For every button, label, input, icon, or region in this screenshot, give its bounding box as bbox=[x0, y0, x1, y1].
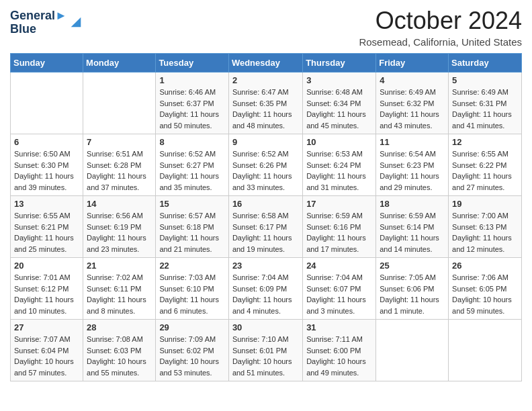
day-cell: 1Sunrise: 6:46 AMSunset: 6:37 PMDaylight… bbox=[156, 73, 229, 134]
day-number: 16 bbox=[232, 199, 299, 209]
day-cell: 13Sunrise: 6:55 AMSunset: 6:21 PMDayligh… bbox=[11, 196, 83, 258]
day-info: Sunrise: 6:58 AMSunset: 6:17 PMDaylight:… bbox=[232, 210, 299, 255]
day-info: Sunrise: 7:03 AMSunset: 6:10 PMDaylight:… bbox=[159, 272, 225, 316]
header-tuesday: Tuesday bbox=[156, 54, 229, 73]
day-info: Sunrise: 6:52 AMSunset: 6:27 PMDaylight:… bbox=[159, 148, 225, 193]
day-number: 21 bbox=[87, 261, 152, 271]
day-info: Sunrise: 7:10 AMSunset: 6:01 PMDaylight:… bbox=[232, 334, 299, 378]
day-info: Sunrise: 7:11 AMSunset: 6:00 PMDaylight:… bbox=[306, 334, 372, 378]
day-cell: 5Sunrise: 6:49 AMSunset: 6:31 PMDaylight… bbox=[449, 73, 522, 134]
day-number: 19 bbox=[452, 199, 518, 209]
day-number: 24 bbox=[306, 261, 372, 271]
day-info: Sunrise: 6:51 AMSunset: 6:28 PMDaylight:… bbox=[87, 148, 152, 193]
week-row-1: 1Sunrise: 6:46 AMSunset: 6:37 PMDaylight… bbox=[11, 73, 522, 134]
day-cell: 10Sunrise: 6:53 AMSunset: 6:24 PMDayligh… bbox=[303, 134, 376, 196]
day-number: 9 bbox=[232, 137, 299, 147]
day-cell: 2Sunrise: 6:47 AMSunset: 6:35 PMDaylight… bbox=[228, 73, 302, 134]
day-cell: 24Sunrise: 7:04 AMSunset: 6:07 PMDayligh… bbox=[303, 258, 376, 320]
day-number: 22 bbox=[159, 261, 225, 271]
day-cell bbox=[11, 73, 83, 134]
day-info: Sunrise: 6:54 AMSunset: 6:23 PMDaylight:… bbox=[380, 148, 445, 193]
day-number: 28 bbox=[87, 322, 152, 332]
day-number: 12 bbox=[452, 137, 518, 147]
day-number: 13 bbox=[14, 199, 79, 209]
day-cell: 4Sunrise: 6:49 AMSunset: 6:32 PMDaylight… bbox=[376, 73, 449, 134]
day-info: Sunrise: 7:02 AMSunset: 6:11 PMDaylight:… bbox=[87, 272, 152, 316]
location: Rosemead, California, United States bbox=[359, 36, 522, 48]
day-number: 3 bbox=[306, 75, 372, 85]
day-cell: 23Sunrise: 7:04 AMSunset: 6:09 PMDayligh… bbox=[228, 258, 302, 320]
day-cell: 9Sunrise: 6:52 AMSunset: 6:26 PMDaylight… bbox=[228, 134, 302, 196]
day-info: Sunrise: 6:56 AMSunset: 6:19 PMDaylight:… bbox=[87, 210, 152, 255]
header-saturday: Saturday bbox=[449, 54, 522, 73]
day-number: 14 bbox=[87, 199, 152, 209]
day-info: Sunrise: 6:47 AMSunset: 6:35 PMDaylight:… bbox=[232, 87, 299, 131]
day-cell: 20Sunrise: 7:01 AMSunset: 6:12 PMDayligh… bbox=[11, 258, 83, 320]
day-info: Sunrise: 6:55 AMSunset: 6:22 PMDaylight:… bbox=[452, 148, 518, 193]
day-cell: 15Sunrise: 6:57 AMSunset: 6:18 PMDayligh… bbox=[156, 196, 229, 258]
day-number: 10 bbox=[306, 137, 372, 147]
day-number: 20 bbox=[14, 261, 79, 271]
header-monday: Monday bbox=[83, 54, 156, 73]
day-cell: 7Sunrise: 6:51 AMSunset: 6:28 PMDaylight… bbox=[83, 134, 156, 196]
day-info: Sunrise: 7:04 AMSunset: 6:09 PMDaylight:… bbox=[232, 272, 299, 316]
day-cell bbox=[376, 320, 449, 381]
day-cell: 21Sunrise: 7:02 AMSunset: 6:11 PMDayligh… bbox=[83, 258, 156, 320]
page-header: General►Blue October 2024 Rosemead, Cali… bbox=[10, 7, 522, 48]
day-cell: 12Sunrise: 6:55 AMSunset: 6:22 PMDayligh… bbox=[449, 134, 522, 196]
day-info: Sunrise: 6:57 AMSunset: 6:18 PMDaylight:… bbox=[159, 210, 225, 255]
day-info: Sunrise: 7:00 AMSunset: 6:13 PMDaylight:… bbox=[452, 210, 518, 255]
header-wednesday: Wednesday bbox=[228, 54, 302, 73]
day-cell: 27Sunrise: 7:07 AMSunset: 6:04 PMDayligh… bbox=[11, 320, 83, 381]
week-row-4: 20Sunrise: 7:01 AMSunset: 6:12 PMDayligh… bbox=[11, 258, 522, 320]
day-number: 17 bbox=[306, 199, 372, 209]
day-cell: 17Sunrise: 6:59 AMSunset: 6:16 PMDayligh… bbox=[303, 196, 376, 258]
svg-marker-0 bbox=[71, 17, 81, 27]
day-number: 31 bbox=[306, 322, 372, 332]
day-info: Sunrise: 6:59 AMSunset: 6:14 PMDaylight:… bbox=[380, 210, 445, 255]
title-area: October 2024 Rosemead, California, Unite… bbox=[359, 7, 522, 48]
day-cell: 22Sunrise: 7:03 AMSunset: 6:10 PMDayligh… bbox=[156, 258, 229, 320]
day-info: Sunrise: 7:05 AMSunset: 6:06 PMDaylight:… bbox=[380, 272, 445, 316]
day-number: 27 bbox=[14, 322, 79, 332]
day-cell: 14Sunrise: 6:56 AMSunset: 6:19 PMDayligh… bbox=[83, 196, 156, 258]
day-number: 15 bbox=[159, 199, 225, 209]
day-info: Sunrise: 7:07 AMSunset: 6:04 PMDaylight:… bbox=[14, 334, 79, 378]
day-info: Sunrise: 6:50 AMSunset: 6:30 PMDaylight:… bbox=[14, 148, 79, 193]
day-info: Sunrise: 7:08 AMSunset: 6:03 PMDaylight:… bbox=[87, 334, 152, 378]
day-cell bbox=[83, 73, 156, 134]
day-info: Sunrise: 6:46 AMSunset: 6:37 PMDaylight:… bbox=[159, 87, 225, 131]
day-info: Sunrise: 7:06 AMSunset: 6:05 PMDaylight:… bbox=[452, 272, 518, 316]
day-info: Sunrise: 7:09 AMSunset: 6:02 PMDaylight:… bbox=[159, 334, 225, 378]
day-number: 18 bbox=[380, 199, 445, 209]
logo-text: General►Blue bbox=[10, 9, 67, 36]
week-row-5: 27Sunrise: 7:07 AMSunset: 6:04 PMDayligh… bbox=[11, 320, 522, 381]
day-cell bbox=[449, 320, 522, 381]
day-number: 5 bbox=[452, 75, 518, 85]
day-cell: 8Sunrise: 6:52 AMSunset: 6:27 PMDaylight… bbox=[156, 134, 229, 196]
day-cell: 11Sunrise: 6:54 AMSunset: 6:23 PMDayligh… bbox=[376, 134, 449, 196]
day-number: 26 bbox=[452, 261, 518, 271]
day-number: 2 bbox=[232, 75, 299, 85]
day-number: 4 bbox=[380, 75, 445, 85]
day-info: Sunrise: 7:04 AMSunset: 6:07 PMDaylight:… bbox=[306, 272, 372, 316]
day-cell: 26Sunrise: 7:06 AMSunset: 6:05 PMDayligh… bbox=[449, 258, 522, 320]
day-cell: 28Sunrise: 7:08 AMSunset: 6:03 PMDayligh… bbox=[83, 320, 156, 381]
day-number: 30 bbox=[232, 322, 299, 332]
day-info: Sunrise: 6:52 AMSunset: 6:26 PMDaylight:… bbox=[232, 148, 299, 193]
header-row: SundayMondayTuesdayWednesdayThursdayFrid… bbox=[11, 54, 522, 73]
day-cell: 31Sunrise: 7:11 AMSunset: 6:00 PMDayligh… bbox=[303, 320, 376, 381]
header-thursday: Thursday bbox=[303, 54, 376, 73]
month-title: October 2024 bbox=[359, 7, 522, 35]
calendar-table: SundayMondayTuesdayWednesdayThursdayFrid… bbox=[10, 53, 522, 381]
header-friday: Friday bbox=[376, 54, 449, 73]
day-info: Sunrise: 6:59 AMSunset: 6:16 PMDaylight:… bbox=[306, 210, 372, 255]
day-number: 29 bbox=[159, 322, 225, 332]
day-cell: 25Sunrise: 7:05 AMSunset: 6:06 PMDayligh… bbox=[376, 258, 449, 320]
day-number: 25 bbox=[380, 261, 445, 271]
day-info: Sunrise: 7:01 AMSunset: 6:12 PMDaylight:… bbox=[14, 272, 79, 316]
day-info: Sunrise: 6:55 AMSunset: 6:21 PMDaylight:… bbox=[14, 210, 79, 255]
day-info: Sunrise: 6:53 AMSunset: 6:24 PMDaylight:… bbox=[306, 148, 372, 193]
day-number: 23 bbox=[232, 261, 299, 271]
day-number: 8 bbox=[159, 137, 225, 147]
